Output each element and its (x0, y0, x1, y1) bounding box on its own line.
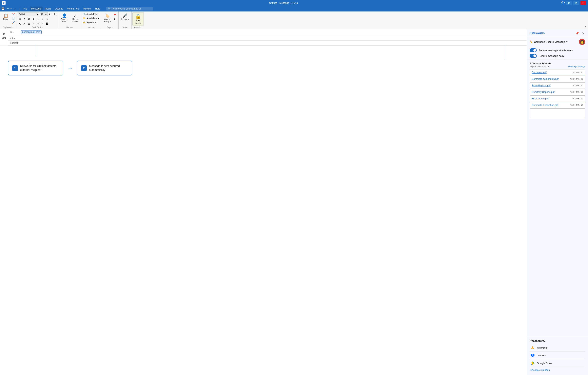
to-recipient-tag[interactable]: user@gmail.com (21, 30, 41, 34)
kw-header: Kiteworks 📌 ✕ (527, 29, 588, 37)
subject-input[interactable] (21, 42, 525, 44)
source-google-drive[interactable]: Google Drive (530, 359, 585, 367)
justify-btn[interactable]: ≡ (40, 22, 45, 26)
file-name-6[interactable]: Corporate Evaluation.pdf (532, 104, 569, 106)
dropbox-source-label: Dropbox (537, 354, 546, 357)
increase-indent-btn[interactable]: ⇥ (45, 17, 49, 21)
dictate-button[interactable]: 🎤 Dictate ▾ (119, 12, 131, 22)
secure-body-label: Secure message body (539, 54, 564, 57)
to-field-row: To... user@gmail.com (8, 29, 527, 35)
maximize-btn[interactable]: ⊡ (573, 1, 579, 5)
basic-text-label: Basic Text ⌄ (18, 26, 57, 29)
file-size-5: 2.1 MB (573, 97, 579, 100)
remove-file-1-btn[interactable]: ✕ (581, 71, 583, 74)
minimize-btn[interactable]: ⊟ (566, 1, 572, 5)
upload-quick[interactable]: ↑ (12, 7, 14, 10)
file-name-1[interactable]: Document.pdf (532, 71, 571, 74)
include-label: Include (82, 26, 100, 29)
clipboard-buttons: 📋 Paste ✂️ 📄 🖌️ (1, 12, 16, 26)
menu-format-text[interactable]: Format Text (65, 7, 81, 11)
undo-quick[interactable]: ↩ (7, 7, 9, 10)
underline-button[interactable]: U (27, 17, 31, 21)
bold-button[interactable]: B (18, 17, 22, 21)
send-secure-icon: 🔒 (135, 14, 141, 19)
address-book-button[interactable]: 👤 AddressBook (59, 12, 70, 24)
ribbon-collapse-btn[interactable]: ∧ (583, 25, 588, 29)
source-kiteworks[interactable]: kiteworks (530, 344, 585, 352)
menu-options[interactable]: Options (53, 7, 64, 11)
align-center-btn[interactable]: ≡ (31, 22, 36, 26)
font-size-decrease-btn[interactable]: A↓ (53, 12, 57, 16)
font-size-increase-btn[interactable]: A↑ (48, 12, 52, 16)
file-name-4[interactable]: Quarterly Reports.pdf (532, 91, 569, 94)
email-header-row: ➤ Send To... user@gmail.com Cc... Subjec… (0, 29, 527, 46)
secure-attachments-toggle[interactable] (530, 48, 537, 52)
paste-button[interactable]: 📋 Paste (1, 12, 11, 22)
attach-item-button[interactable]: 📁 Attach Item ▾ (82, 16, 100, 20)
assign-policy-button[interactable]: 🏷️ AssignPolicy ▾ (102, 12, 112, 24)
send-button[interactable]: ➤ Send (1, 31, 6, 39)
numbering-button[interactable]: 1. (36, 17, 40, 21)
search-bar[interactable]: 🔍 (106, 7, 153, 10)
message-settings-link[interactable]: Message settings (568, 65, 585, 68)
tag-down-icon: ⬇ (114, 18, 116, 21)
search-input[interactable] (112, 7, 152, 10)
menu-message[interactable]: Message (30, 7, 42, 11)
see-more-sources-link[interactable]: See more sources (530, 367, 585, 373)
italic-button[interactable]: I (22, 17, 27, 21)
copy-button[interactable]: 📄 (11, 16, 16, 20)
user-avatar[interactable]: 👩 (579, 39, 585, 45)
file-name-3[interactable]: Team Reports.pdf (532, 84, 571, 87)
kw-close-btn[interactable]: ✕ (581, 31, 585, 35)
source-dropbox[interactable]: Dropbox (530, 352, 585, 359)
tag-down-btn[interactable]: ⬇ (113, 17, 118, 21)
ribbon: 📋 Paste ✂️ 📄 🖌️ Clipboard ⌄ Calibr (0, 11, 588, 29)
profile-icon[interactable]: 👤 (561, 1, 565, 4)
menu-help[interactable]: Help (94, 7, 102, 11)
attach-file-button[interactable]: 📎 Attach File ▾ (82, 12, 100, 16)
font-size-select[interactable]: 11 (40, 12, 48, 16)
redo-quick[interactable]: ↪ (10, 7, 12, 10)
remove-file-4-btn[interactable]: ✕ (581, 91, 583, 94)
expand-basic-text-icon[interactable]: ⌄ (41, 26, 43, 29)
file-name-5[interactable]: Final Promo.pdf (532, 97, 571, 100)
kw-pin-btn[interactable]: 📌 (575, 31, 580, 35)
menu-review[interactable]: Review (82, 7, 93, 11)
cut-button[interactable]: ✂️ (11, 12, 16, 16)
compose-secure-btn[interactable]: ✏️ Compose Secure Message ▾ (530, 40, 567, 43)
send-secure-button[interactable]: 🔒 SendSecure (132, 12, 144, 26)
vert-connector-2 (505, 46, 505, 60)
expand-tags-icon[interactable]: ⌄ (111, 26, 113, 29)
format-row: B I U ≡ 1. ⇤ ⇥ (18, 17, 49, 21)
file-size-3: 2.1 MB (573, 84, 579, 87)
save-quick[interactable]: 💾 (1, 7, 5, 10)
kw-logo-svg (531, 346, 535, 350)
font-size-row: Calibri 11 A↑ A↓ (18, 12, 57, 16)
flag-btn[interactable]: 🚩 (113, 13, 118, 17)
menu-insert[interactable]: Insert (43, 7, 52, 11)
align-right-btn[interactable]: ≡ (36, 22, 40, 26)
download-quick[interactable]: ↓ (14, 7, 16, 10)
check-names-button[interactable]: ✓ CheckNames (70, 12, 80, 24)
format-painter-button[interactable]: 🖌️ (11, 21, 16, 24)
signature-button[interactable]: ✍️ Signature ▾ (82, 21, 99, 24)
remove-file-3-btn[interactable]: ✕ (581, 84, 583, 87)
remove-file-6-btn[interactable]: ✕ (581, 104, 583, 107)
bullets-button[interactable]: ≡ (31, 17, 36, 21)
expand-clipboard-icon[interactable]: ⌄ (12, 26, 14, 29)
font-color-btn[interactable]: A (22, 22, 27, 26)
secure-body-toggle[interactable] (530, 54, 537, 58)
file-name-2[interactable]: Corporate documents.pdf (532, 78, 569, 80)
toggle-body-row: Secure message body (530, 54, 585, 58)
clear-format-btn[interactable]: 🅰 (45, 22, 49, 26)
align-left-btn[interactable]: ☰ (27, 22, 31, 26)
remove-file-5-btn[interactable]: ✕ (581, 97, 583, 100)
close-btn[interactable]: ✕ (580, 1, 586, 5)
attachment-item-6: Corporate Evaluation.pdf 100.1 MB ✕ (530, 102, 585, 108)
remove-file-2-btn[interactable]: ✕ (581, 77, 583, 81)
menu-file[interactable]: File (22, 7, 29, 11)
decrease-indent-btn[interactable]: ⇤ (40, 17, 45, 21)
font-family-select[interactable]: Calibri (18, 12, 39, 16)
cut-icon: ✂️ (12, 13, 15, 15)
highlight-btn[interactable]: A̲ (18, 22, 22, 26)
